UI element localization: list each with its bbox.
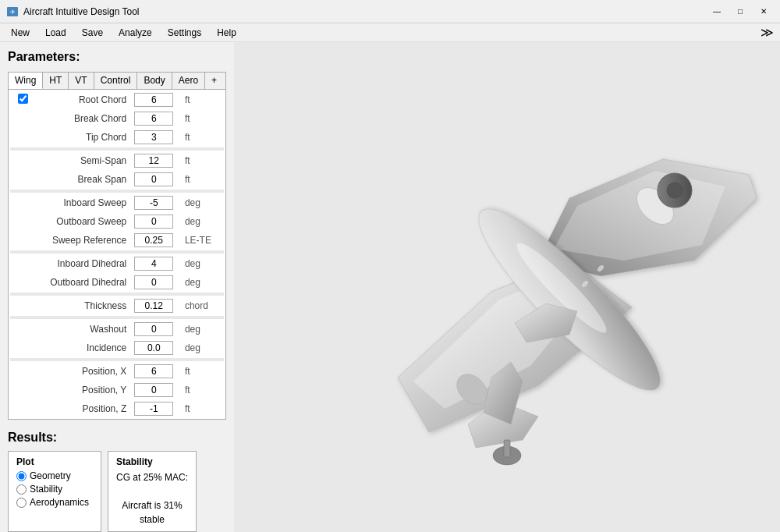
table-row-tip-chord: Tip Chord ft: [10, 129, 224, 146]
position-y-unit: ft: [182, 381, 224, 399]
tip-chord-unit: ft: [182, 129, 224, 146]
radio-aerodynamics-row: Aerodynamics: [16, 497, 93, 508]
params-table: Root Chord ft Break Chord ft Tip Chord: [8, 90, 226, 420]
break-span-label: Break Span: [37, 171, 129, 188]
svg-text:✈: ✈: [10, 9, 16, 16]
table-row-outboard-sweep: Outboard Sweep deg: [10, 213, 224, 230]
inboard-dihedral-label: Inboard Dihedral: [37, 255, 129, 272]
semi-span-input[interactable]: [134, 154, 173, 168]
radio-aerodynamics[interactable]: [16, 498, 27, 508]
table-row-position-x: Position, X ft: [10, 363, 224, 380]
sweep-reference-label: Sweep Reference: [37, 232, 129, 249]
maximize-button[interactable]: □: [730, 4, 750, 20]
plot-box-title: Plot: [16, 456, 93, 467]
table-row-incidence: Incidence deg: [10, 339, 224, 356]
break-span-input[interactable]: [134, 172, 173, 186]
wing-checkbox[interactable]: [18, 94, 28, 104]
break-span-unit: ft: [182, 171, 224, 188]
radio-geometry-row: Geometry: [16, 470, 93, 481]
outboard-sweep-label: Outboard Sweep: [37, 213, 129, 230]
close-button[interactable]: ✕: [753, 4, 774, 20]
tab-vt[interactable]: VT: [69, 73, 94, 89]
menu-new[interactable]: New: [3, 26, 37, 40]
inboard-sweep-label: Inboard Sweep: [37, 194, 129, 211]
thickness-unit: chord: [182, 297, 224, 314]
position-z-unit: ft: [182, 400, 224, 417]
tip-chord-input[interactable]: [134, 130, 173, 144]
radio-geometry[interactable]: [16, 471, 27, 481]
table-row-thickness: Thickness chord: [10, 297, 224, 314]
main-content: Parameters: Wing HT VT Control Body Aero…: [0, 42, 780, 532]
title-bar: ✈ Aircraft Intuitive Design Tool — □ ✕: [0, 0, 780, 23]
stability-line2: Aircraft is 31%: [122, 500, 182, 511]
table-row-inboard-sweep: Inboard Sweep deg: [10, 194, 224, 211]
position-x-input[interactable]: [134, 364, 173, 378]
outboard-sweep-input[interactable]: [134, 215, 173, 229]
tab-ht[interactable]: HT: [43, 73, 69, 89]
table-row-semi-span: Semi-Span ft: [10, 152, 224, 169]
tab-add[interactable]: +: [205, 73, 223, 89]
results-title: Results:: [8, 431, 226, 445]
table-row-checkbox: Root Chord ft: [10, 91, 224, 108]
menu-save[interactable]: Save: [74, 26, 111, 40]
inboard-dihedral-input[interactable]: [134, 257, 173, 271]
plot-box: Plot Geometry Stability Aerodynamics: [8, 451, 101, 532]
tab-body[interactable]: Body: [137, 73, 172, 89]
menu-analyze[interactable]: Analyze: [111, 26, 160, 40]
table-row-position-z: Position, Z ft: [10, 400, 224, 417]
window-controls: — □ ✕: [707, 4, 774, 20]
menu-bar: New Load Save Analyze Settings Help ≫: [0, 23, 780, 42]
parameters-title: Parameters:: [8, 50, 226, 64]
left-panel: Parameters: Wing HT VT Control Body Aero…: [0, 42, 234, 532]
results-section: Results: Plot Geometry Stability Aerodyn…: [8, 431, 226, 532]
incidence-label: Incidence: [37, 339, 129, 356]
break-chord-unit: ft: [182, 110, 224, 127]
separator-1: [10, 147, 224, 151]
stability-line1: CG at 25% MAC:: [116, 472, 188, 483]
outboard-dihedral-input[interactable]: [134, 275, 173, 289]
washout-label: Washout: [37, 321, 129, 338]
sweep-reference-input[interactable]: [134, 233, 173, 247]
outboard-sweep-unit: deg: [182, 213, 224, 230]
tabs-container: Wing HT VT Control Body Aero +: [8, 72, 226, 90]
stability-text: CG at 25% MAC: Aircraft is 31% stable: [116, 470, 188, 527]
break-chord-input[interactable]: [134, 112, 173, 126]
separator-2: [10, 190, 224, 193]
table-row-outboard-dihedral: Outboard Dihedral deg: [10, 274, 224, 291]
incidence-input[interactable]: [134, 341, 173, 355]
menu-help[interactable]: Help: [209, 26, 244, 40]
thickness-input[interactable]: [134, 299, 173, 313]
semi-span-label: Semi-Span: [37, 152, 129, 169]
tab-control[interactable]: Control: [94, 73, 138, 89]
window-title: Aircraft Intuitive Design Tool: [23, 6, 707, 17]
stability-line3: stable: [140, 514, 165, 525]
table-row-inboard-dihedral: Inboard Dihedral deg: [10, 255, 224, 272]
tab-wing[interactable]: Wing: [9, 73, 43, 89]
position-y-input[interactable]: [134, 383, 173, 397]
table-row-break-span: Break Span ft: [10, 171, 224, 188]
tab-aero[interactable]: Aero: [172, 73, 205, 89]
menu-settings[interactable]: Settings: [160, 26, 209, 40]
separator-6: [10, 358, 224, 361]
radio-stability[interactable]: [16, 484, 27, 495]
table-row-sweep-reference: Sweep Reference LE-TE: [10, 232, 224, 249]
table-row-position-y: Position, Y ft: [10, 381, 224, 399]
minimize-button[interactable]: —: [707, 4, 727, 20]
root-chord-input[interactable]: [134, 93, 173, 107]
inboard-sweep-input[interactable]: [134, 196, 173, 210]
sweep-reference-unit: LE-TE: [182, 232, 224, 249]
svg-rect-17: [504, 440, 510, 457]
root-chord-label: Root Chord: [37, 91, 129, 108]
radio-aerodynamics-label: Aerodynamics: [30, 497, 89, 508]
table-row-break-chord: Break Chord ft: [10, 110, 224, 127]
washout-input[interactable]: [134, 322, 173, 336]
stability-box-title: Stability: [116, 456, 188, 467]
radio-stability-label: Stability: [30, 484, 62, 495]
right-panel[interactable]: [234, 42, 780, 532]
menu-load[interactable]: Load: [37, 26, 74, 40]
position-z-input[interactable]: [134, 402, 173, 416]
results-bottom: Plot Geometry Stability Aerodynamics: [8, 451, 226, 532]
menu-expand-icon[interactable]: ≫: [760, 25, 774, 40]
tip-chord-label: Tip Chord: [37, 129, 129, 146]
app-icon: ✈: [6, 5, 19, 18]
